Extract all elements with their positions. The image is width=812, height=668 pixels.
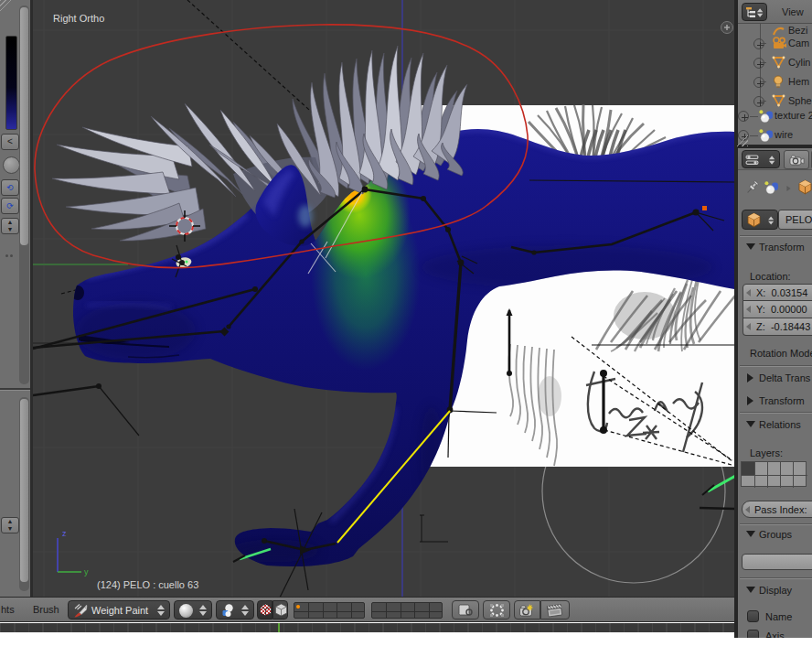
svg-text:y: y bbox=[84, 567, 89, 576]
svg-text:(124) PELO : cuello 63: (124) PELO : cuello 63 bbox=[97, 579, 198, 590]
svg-text:Right Ortho: Right Ortho bbox=[53, 13, 104, 24]
svg-text:z: z bbox=[62, 529, 67, 538]
